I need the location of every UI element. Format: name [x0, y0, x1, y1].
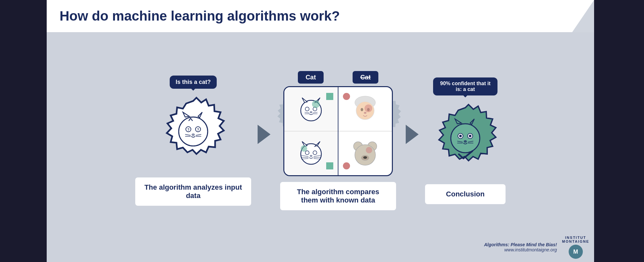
cat-face-1-icon [295, 93, 327, 125]
step1-gear-icon: ? ? [155, 95, 232, 172]
svg-marker-31 [302, 98, 307, 103]
svg-point-33 [305, 107, 309, 111]
svg-marker-43 [315, 141, 320, 146]
step3-gear-icon [427, 101, 504, 178]
step-1-inner: Is this a cat? ? ? [135, 76, 251, 206]
step3-bubble: 90% confident that it is: a cat [433, 77, 497, 95]
svg-point-70 [451, 124, 480, 153]
arrow-2 [406, 125, 419, 144]
flow-row: Is this a cat? ? ? [60, 71, 581, 210]
comp-cell-human [338, 87, 392, 131]
svg-point-45 [313, 151, 317, 155]
side-panel-left [0, 0, 47, 262]
comp-labels-row: Cat Cat [283, 71, 393, 84]
step-3: 90% confident that it is: a cat [425, 77, 506, 204]
svg-point-20 [179, 117, 208, 146]
bear-face-icon [349, 137, 381, 169]
step-2-inner: Cat Cat [277, 71, 399, 210]
comp-cell-cat2 [284, 131, 338, 175]
step3-label: Conclusion [425, 184, 506, 204]
svg-point-44 [305, 151, 309, 155]
step1-label: The algorithm analyzes input data [135, 177, 251, 206]
footer: Algorithms: Please Mind the Bias! www.in… [484, 236, 589, 259]
svg-text:?: ? [187, 128, 189, 131]
footer-logo-letter: M [573, 248, 578, 255]
svg-point-53 [301, 145, 307, 152]
svg-point-72 [459, 135, 462, 137]
footer-logo: INSTITUT MONTAIGNE M [562, 236, 589, 259]
svg-point-35 [310, 111, 312, 113]
footer-logo-circle: M [569, 245, 583, 259]
comp-label-cat: Cat [298, 71, 324, 84]
step1-bubble: Is this a cat? [170, 76, 216, 89]
comp-label-left: Cat [283, 71, 338, 84]
footer-url: www.institutmontaigne.org [484, 247, 557, 252]
svg-point-75 [464, 140, 467, 143]
footer-logo-sub: MONTAIGNE [562, 239, 589, 243]
svg-point-62 [355, 145, 375, 165]
comp-col-left [284, 87, 338, 175]
content-area: Is this a cat? ? ? [47, 32, 594, 262]
svg-point-74 [469, 135, 471, 137]
svg-point-40 [312, 100, 320, 108]
step2-gears-row [277, 86, 399, 176]
svg-text:?: ? [197, 128, 199, 131]
step2-label: The algorithm compares them with known d… [280, 182, 396, 210]
step-1: Is this a cat? ? ? [135, 76, 251, 206]
human-face-icon [349, 93, 381, 125]
step-2: Cat Cat [277, 71, 399, 210]
header: How do machine learning algorithms work? [47, 0, 594, 32]
svg-point-66 [363, 156, 367, 159]
footer-logo-name: INSTITUT [565, 236, 586, 239]
svg-point-56 [361, 108, 363, 111]
svg-point-25 [192, 133, 195, 136]
svg-point-46 [310, 155, 312, 157]
svg-point-58 [364, 112, 366, 114]
svg-point-59 [365, 104, 372, 112]
footer-text: Algorithms: Please Mind the Bias! www.in… [484, 242, 557, 252]
footer-tagline: Algorithms: Please Mind the Bias! [484, 242, 557, 247]
comp-label-not-cat: Cat [353, 71, 378, 84]
comp-col-right [338, 87, 392, 175]
comp-cell-cat1 [284, 87, 338, 131]
svg-point-67 [366, 147, 372, 153]
step-3-inner: 90% confident that it is: a cat [425, 77, 506, 204]
cat-face-2-icon [295, 137, 327, 169]
comp-label-right: Cat [338, 71, 393, 84]
page-title: How do machine learning algorithms work? [60, 8, 340, 24]
arrow-1 [258, 125, 270, 144]
side-panel-right [594, 0, 644, 262]
comp-cell-bear [338, 131, 392, 175]
comparison-box [283, 86, 393, 176]
